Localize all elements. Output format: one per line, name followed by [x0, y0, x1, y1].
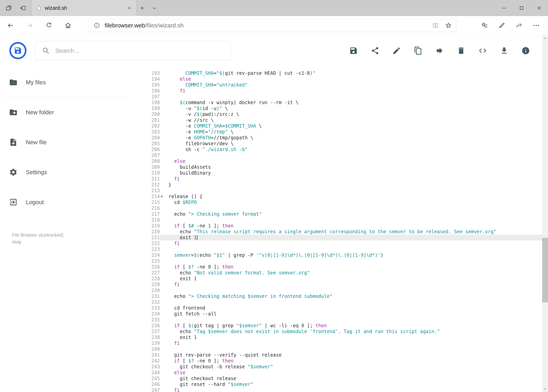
new-tab-button[interactable]	[136, 0, 148, 16]
code-line[interactable]: 232	[128, 299, 542, 305]
code-line[interactable]: 244 else	[128, 370, 542, 376]
code-line[interactable]: 205 filebrowser/dev \	[128, 141, 542, 147]
maximize-button[interactable]	[513, 0, 530, 16]
code-line[interactable]: 210 buildBinary	[128, 170, 542, 176]
code-line[interactable]: 220 echo "This release script requires a…	[128, 229, 542, 235]
help-link[interactable]: Help	[12, 238, 128, 246]
tab-stack-icon[interactable]	[3, 0, 15, 16]
reading-view-icon[interactable]	[430, 22, 441, 29]
info-button[interactable]	[521, 46, 530, 55]
site-info-icon[interactable]	[92, 22, 102, 29]
download-button[interactable]	[499, 46, 509, 55]
code-line[interactable]: 201 -w //src \	[128, 117, 542, 123]
code-line[interactable]: 239 fi	[128, 340, 542, 346]
scroll-up-arrow-icon[interactable]	[542, 35, 548, 41]
address-bar[interactable]: filebrowser.web/files/wizard.sh	[88, 19, 457, 32]
code-line[interactable]: 207	[128, 153, 542, 158]
code-line[interactable]: 234 git fetch --all	[128, 311, 542, 317]
code-line[interactable]: 212}	[128, 182, 542, 188]
code-line[interactable]: 241 git rev-parse --verify --quiet relea…	[128, 352, 542, 358]
code-line[interactable]: 224 semver=$(echo "$1" | grep -P '^v(0|[…	[128, 252, 542, 258]
sidebar-item-new-folder[interactable]: New folder	[0, 107, 128, 118]
refresh-button[interactable]	[39, 16, 58, 35]
save-button[interactable]	[349, 46, 358, 55]
page-scrollbar[interactable]	[542, 35, 548, 392]
search-input[interactable]	[55, 47, 212, 54]
browser-tab[interactable]: wizard.sh	[32, 0, 136, 16]
code-line[interactable]: 243 git checkout -b release "$semver"	[128, 364, 542, 370]
code-line[interactable]: 209 buildAssets	[128, 164, 542, 170]
search-box[interactable]	[35, 41, 231, 60]
url-text[interactable]: filebrowser.web/files/wizard.sh	[105, 22, 428, 29]
back-button[interactable]	[1, 16, 20, 35]
fold-marker-icon[interactable]: ▾	[161, 194, 163, 199]
sidebar-item-my-files[interactable]: My files	[0, 77, 128, 88]
close-window-button[interactable]	[530, 0, 548, 16]
code-line[interactable]: 221 exit 1	[128, 235, 542, 240]
edit-button[interactable]	[392, 46, 401, 55]
code-line[interactable]: 223	[128, 246, 542, 252]
code-line[interactable]: 237 echo "Tag $semver does not exist in …	[128, 329, 542, 335]
code-line[interactable]: 218	[128, 217, 542, 223]
code-line[interactable]: 245 git checkout release	[128, 376, 542, 381]
code-line[interactable]: 231 echo "> Checking matching $semver in…	[128, 293, 542, 299]
file-browser-logo[interactable]	[9, 42, 27, 60]
more-options-icon[interactable]	[528, 22, 545, 29]
code-line[interactable]: 235	[128, 317, 542, 323]
code-line[interactable]: 228 exit 1	[128, 276, 542, 282]
sidebar-item-new-file[interactable]: New file	[0, 137, 128, 148]
code-line[interactable]: 200 -v /$(pwd):/src:z \	[128, 111, 542, 117]
code-line[interactable]: 219 if [ $# -ne 1 ]; then	[128, 223, 542, 229]
code-line[interactable]: 246 git reset --hard "$semver"	[128, 381, 542, 387]
code-line[interactable]: 193 COMMIT_SHA="$(git rev-parse HEAD | c…	[128, 70, 542, 76]
share-file-button[interactable]	[370, 46, 380, 55]
code-line[interactable]: 199 -u "$(id -u)" \	[128, 105, 542, 111]
code-line[interactable]: 195 COMMIT_SHA="untracked"	[128, 82, 542, 88]
move-button[interactable]	[435, 46, 444, 55]
web-note-pen-icon[interactable]	[493, 22, 510, 29]
forward-button[interactable]	[20, 16, 39, 35]
code-line[interactable]: 198 $(command -v winpty) docker run --rm…	[128, 100, 542, 105]
code-line[interactable]: 230	[128, 287, 542, 293]
tabs-aside-icon[interactable]	[17, 0, 29, 16]
code-line[interactable]: 222 fi	[128, 240, 542, 246]
hub-favorites-icon[interactable]	[476, 22, 493, 29]
code-line[interactable]: 233 cd frontend	[128, 305, 542, 311]
code-line[interactable]: 208 else	[128, 158, 542, 164]
share-icon[interactable]	[510, 22, 528, 29]
code-line[interactable]: 229 fi	[128, 282, 542, 287]
favorite-star-icon[interactable]	[443, 22, 453, 29]
scroll-down-arrow-icon[interactable]	[542, 386, 548, 392]
code-area[interactable]: 193 COMMIT_SHA="$(git rev-parse HEAD | c…	[128, 66, 542, 392]
code-line[interactable]: 247 fi	[128, 387, 542, 392]
code-line[interactable]: 217 echo "> Checking semver format"	[128, 211, 542, 217]
code-line[interactable]: 214▾release () {	[128, 194, 542, 199]
code-line[interactable]: 203 -e HOME="//tmp" \	[128, 129, 542, 135]
code-view-button[interactable]	[478, 46, 487, 55]
code-line[interactable]: 227 echo "Not valid semver format. See s…	[128, 270, 542, 276]
code-line[interactable]: 236 if [ $(git tag | grep "$semver" | wc…	[128, 323, 542, 329]
code-line[interactable]: 238 exit 1	[128, 335, 542, 340]
delete-button[interactable]	[457, 46, 466, 55]
code-line[interactable]: 206 sh -c "./wizard.sh -b"	[128, 147, 542, 153]
sidebar-item-settings[interactable]: Settings	[0, 167, 128, 178]
code-line[interactable]: 225	[128, 258, 542, 264]
code-line[interactable]: 211 fi	[128, 176, 542, 182]
code-line[interactable]: 197	[128, 94, 542, 100]
tab-close-icon[interactable]	[127, 6, 132, 10]
home-button[interactable]	[58, 16, 78, 35]
copy-button[interactable]	[413, 46, 423, 55]
code-line[interactable]: 196 fi	[128, 88, 542, 94]
code-line[interactable]: 226 if [ $? -ne 0 ]; then	[128, 264, 542, 270]
tab-preview-chevron-icon[interactable]	[148, 0, 160, 16]
scrollbar-thumb[interactable]	[542, 238, 548, 302]
minimize-button[interactable]	[495, 0, 513, 16]
code-line[interactable]: 202 -e COMMIT_SHA=$COMMIT_SHA \	[128, 123, 542, 129]
code-line[interactable]: 242 if [ $? -ne 0 ]; then	[128, 358, 542, 364]
code-line[interactable]: 213	[128, 188, 542, 194]
code-line[interactable]: 204 -e GOPATH=//tmp/gopath \	[128, 135, 542, 141]
sidebar-item-logout[interactable]: Logout	[0, 197, 128, 208]
code-line[interactable]: 240	[128, 346, 542, 352]
code-line[interactable]: 216	[128, 205, 542, 211]
code-line[interactable]: 215 cd $REPO	[128, 199, 542, 205]
